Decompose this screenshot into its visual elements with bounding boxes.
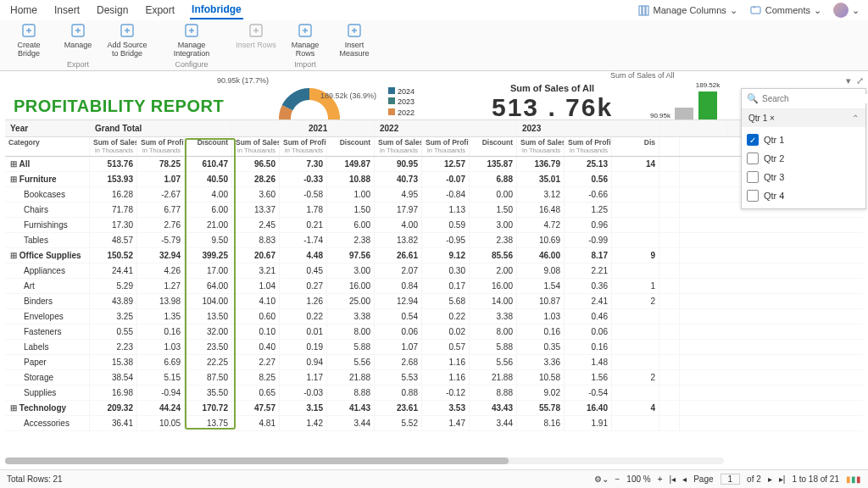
table-row[interactable]: Paper15.386.6922.252.270.945.562.681.165… xyxy=(5,355,863,370)
zoom-in[interactable]: + xyxy=(658,474,663,484)
page-input[interactable]: 1 xyxy=(721,474,741,485)
table-row[interactable]: Fasteners0.550.1632.000.100.018.000.060.… xyxy=(5,324,863,340)
ribbon-add-source-to-bridge[interactable]: Add Source to Bridge xyxy=(107,22,147,58)
manage-columns-button[interactable]: Manage Columns ⌄ xyxy=(637,4,737,17)
status-total-rows: Total Rows: 21 xyxy=(7,474,63,484)
settings-icon[interactable]: ⚙⌄ xyxy=(594,474,609,484)
tab-home[interactable]: Home xyxy=(8,2,39,19)
comments-button[interactable]: + Comments ⌄ xyxy=(749,4,821,17)
svg-rect-0 xyxy=(639,6,642,15)
status-bar: Total Rows: 21 ⚙⌄ − 100 % + |◂ ◂ Page 1 … xyxy=(0,469,868,488)
svg-rect-2 xyxy=(646,6,648,15)
ribbon-insert-measure[interactable]: Insert Measure xyxy=(334,22,375,58)
tab-insert[interactable]: Insert xyxy=(53,2,81,19)
page-first[interactable]: |◂ xyxy=(670,474,676,484)
page-prev[interactable]: ◂ xyxy=(682,474,687,484)
table-row[interactable]: Labels2.231.0323.500.400.195.881.070.575… xyxy=(5,340,863,355)
table-row[interactable]: Binders43.8913.98104.004.101.2625.0012.9… xyxy=(5,294,863,309)
chevron-down-icon: ⌄ xyxy=(852,5,860,16)
table-row[interactable]: Art5.291.2764.001.040.2716.000.840.1716.… xyxy=(5,279,863,294)
chart-legend: 202420232022 xyxy=(388,86,415,119)
tab-export[interactable]: Export xyxy=(143,2,176,19)
header-year: Year xyxy=(5,120,90,136)
user-menu[interactable]: ⌄ xyxy=(833,3,860,18)
data-grid: Year Grand Total 2021 2022 2023 Category… xyxy=(5,119,863,432)
tab-infobridge[interactable]: Infobridge xyxy=(190,1,243,19)
horizontal-scrollbar[interactable] xyxy=(5,458,724,464)
tab-bar: Home Insert Design Export Infobridge Man… xyxy=(0,0,868,20)
table-row[interactable]: All513.7678.25610.4796.507.30149.8790.95… xyxy=(5,157,863,172)
ribbon-manage[interactable]: Manage xyxy=(58,22,98,58)
table-row[interactable]: Tables48.57-5.799.508.83-1.742.3813.82-0… xyxy=(5,233,863,248)
ribbon-create-bridge[interactable]: Create Bridge xyxy=(8,22,49,58)
table-row[interactable]: Bookcases16.28-2.674.003.60-0.581.004.95… xyxy=(5,187,863,202)
table-row[interactable]: Appliances24.414.2617.003.210.453.002.07… xyxy=(5,263,863,279)
table-row[interactable]: Furnishings17.302.7621.002.450.216.004.0… xyxy=(5,218,863,233)
ribbon-insert-rows: Insert Rows xyxy=(236,22,276,58)
chip-collapse[interactable]: ⌃ xyxy=(852,114,859,123)
columns-icon xyxy=(637,4,650,17)
ribbon-manage-integration[interactable]: Manage Integration xyxy=(171,22,212,58)
kpi-title: Sum of Sales of All xyxy=(492,83,613,93)
header-grand-total[interactable]: Grand Total xyxy=(90,120,232,136)
search-icon: 🔍 xyxy=(747,93,759,104)
chip-remove[interactable]: × xyxy=(770,114,775,123)
manage-columns-label: Manage Columns xyxy=(654,5,726,15)
header-category: Category xyxy=(5,137,90,157)
table-row[interactable]: Furniture153.931.0740.5028.26-0.3310.884… xyxy=(5,172,863,187)
ribbon-manage-rows[interactable]: Manage Rows xyxy=(285,22,326,58)
header-2023[interactable]: 2023 xyxy=(517,120,659,136)
bar-chart-title: Sum of Sales of All xyxy=(610,71,675,80)
search-input[interactable] xyxy=(762,94,868,103)
filter-option-qtr-2[interactable]: Qtr 2 xyxy=(747,149,860,168)
expand-icon[interactable]: ⤢ xyxy=(856,75,864,86)
avatar xyxy=(833,3,849,18)
page-next[interactable]: ▸ xyxy=(768,474,772,484)
page-last[interactable]: ▸| xyxy=(779,474,786,484)
table-row[interactable]: Accessories36.4110.0513.754.811.423.445.… xyxy=(5,416,863,431)
zoom-value: 100 % xyxy=(626,474,650,484)
row-range: 1 to 18 of 21 xyxy=(792,474,839,484)
filter-panel: ▾ ⤢ 🔍 ▿ ⧉ ⌫ Qtr 1 × ⌃ ✓Qtr 1Qtr 2Qtr 3Qt… xyxy=(741,88,866,209)
page-of: of 2 xyxy=(747,474,761,484)
filter-option-qtr-3[interactable]: Qtr 3 xyxy=(747,168,860,186)
filter-option-qtr-4[interactable]: Qtr 4 xyxy=(747,186,860,205)
donut-label-4: 90.95k (17.7%) xyxy=(217,76,269,85)
table-row[interactable]: Storage38.545.1587.508.251.1721.885.531.… xyxy=(5,370,863,385)
table-row[interactable]: Supplies16.98-0.9435.500.65-0.038.880.88… xyxy=(5,385,863,401)
kpi-sum-sales: Sum of Sales of All 513 . 76k xyxy=(492,83,613,122)
chart-toggle-icon[interactable]: ▮▮▮ xyxy=(846,474,861,484)
svg-rect-1 xyxy=(643,6,645,15)
header-2022[interactable]: 2022 xyxy=(375,120,517,136)
page-label: Page xyxy=(693,474,713,484)
tab-design[interactable]: Design xyxy=(95,2,130,19)
table-row[interactable]: Office Supplies150.5232.94399.2520.674.4… xyxy=(5,248,863,263)
chip-label: Qtr 1 xyxy=(748,114,767,123)
kpi-value: 513 . 76k xyxy=(492,93,613,122)
comment-icon: + xyxy=(749,4,762,17)
table-row[interactable]: Chairs71.786.776.0013.371.781.5017.971.1… xyxy=(5,202,863,218)
chevron-down-icon: ⌄ xyxy=(814,5,821,16)
donut-label-1: 189.52k (36.9%) xyxy=(320,92,376,100)
table-row[interactable]: Technology209.3244.24170.7247.573.1541.4… xyxy=(5,401,863,416)
svg-text:+: + xyxy=(753,4,756,9)
header-2021[interactable]: 2021 xyxy=(232,120,375,136)
comments-label: Comments xyxy=(765,5,810,15)
chevron-down-icon: ⌄ xyxy=(730,5,737,16)
filter-icon[interactable]: ▾ xyxy=(846,75,851,86)
table-row[interactable]: Envelopes3.251.3513.500.600.223.380.540.… xyxy=(5,309,863,324)
zoom-out[interactable]: − xyxy=(615,474,620,484)
filter-option-qtr-1[interactable]: ✓Qtr 1 xyxy=(747,130,860,149)
